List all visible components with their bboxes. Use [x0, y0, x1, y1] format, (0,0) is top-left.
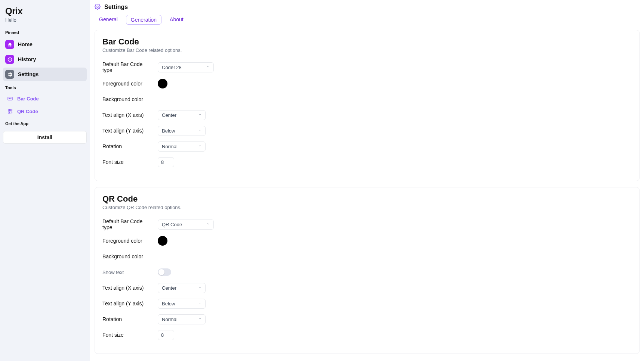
tab-about[interactable]: About	[165, 15, 188, 25]
barcode-rotation-select[interactable]: Normal	[158, 141, 206, 152]
qrcode-rotation-value: Normal	[162, 317, 178, 322]
qrcode-show-text-label: Show text	[102, 270, 152, 275]
barcode-text-align-y-label: Text align (Y axis)	[102, 128, 152, 134]
tool-qrcode-label: QR Code	[17, 109, 38, 114]
page-title: Settings	[104, 4, 128, 10]
chevron-down-icon	[198, 317, 202, 322]
barcode-section: Bar Code Customize Bar Code related opti…	[95, 30, 640, 181]
qrcode-section: QR Code Customize QR Code related option…	[95, 187, 640, 354]
barcode-default-type-select[interactable]: Code128	[158, 62, 214, 72]
nav-home-label: Home	[18, 41, 33, 47]
qrcode-background-label: Background color	[102, 253, 152, 259]
barcode-default-type-label: Default Bar Code type	[102, 61, 152, 73]
qrcode-rotation-select[interactable]: Normal	[158, 314, 206, 324]
barcode-foreground-label: Foreground color	[102, 81, 152, 87]
barcode-text-align-x-select[interactable]: Center	[158, 110, 206, 120]
chevron-down-icon	[198, 301, 202, 306]
chevron-down-icon	[206, 65, 210, 70]
nav-home[interactable]: Home	[3, 38, 87, 51]
barcode-foreground-swatch[interactable]	[158, 79, 167, 88]
barcode-text-align-y-select[interactable]: Below	[158, 126, 206, 136]
qrcode-show-text-toggle[interactable]	[158, 268, 171, 276]
sidebar: Qrix Hello Pinned Home History Settings …	[0, 0, 90, 361]
svg-rect-3	[10, 109, 12, 111]
qrcode-rotation-label: Rotation	[102, 316, 152, 322]
tool-barcode-label: Bar Code	[17, 96, 39, 102]
gear-icon	[5, 70, 14, 79]
tab-generation[interactable]: Generation	[126, 15, 161, 25]
svg-rect-4	[8, 112, 10, 113]
barcode-text-align-y-value: Below	[162, 128, 175, 134]
chevron-down-icon	[206, 222, 210, 227]
tools-label: Tools	[3, 82, 87, 92]
toggle-knob	[158, 269, 164, 275]
chevron-down-icon	[198, 285, 202, 291]
barcode-title: Bar Code	[102, 37, 632, 47]
svg-rect-2	[8, 109, 10, 111]
nav-settings-label: Settings	[18, 71, 38, 77]
nav-settings[interactable]: Settings	[3, 68, 87, 81]
qrcode-foreground-label: Foreground color	[102, 238, 152, 244]
tool-barcode[interactable]: Bar Code	[3, 93, 87, 104]
page-title-row: Settings	[95, 2, 640, 14]
install-button[interactable]: Install	[3, 131, 87, 144]
pinned-label: Pinned	[3, 27, 87, 37]
qrcode-font-size-input[interactable]	[158, 330, 174, 340]
barcode-subtitle: Customize Bar Code related options.	[102, 47, 632, 53]
qrcode-text-align-x-label: Text align (X axis)	[102, 285, 152, 291]
qrcode-foreground-swatch[interactable]	[158, 236, 167, 246]
barcode-font-size-input[interactable]	[158, 157, 174, 167]
nav-history-label: History	[18, 56, 36, 62]
history-icon	[5, 55, 14, 64]
barcode-rotation-value: Normal	[162, 144, 178, 149]
qrcode-default-type-select[interactable]: QR Code	[158, 220, 214, 230]
barcode-default-type-value: Code128	[162, 65, 182, 70]
main-content: Settings General Generation About Bar Co…	[90, 0, 644, 361]
barcode-text-align-x-value: Center	[162, 112, 176, 118]
qrcode-icon	[7, 108, 13, 115]
chevron-down-icon	[198, 128, 202, 134]
qrcode-default-type-label: Default Bar Code type	[102, 218, 152, 230]
svg-point-5	[97, 6, 98, 7]
qrcode-text-align-y-value: Below	[162, 301, 175, 306]
nav-history[interactable]: History	[3, 53, 87, 66]
settings-tabs: General Generation About	[95, 14, 640, 30]
qrcode-font-size-label: Font size	[102, 332, 152, 338]
tool-qrcode[interactable]: QR Code	[3, 106, 87, 117]
brand-block: Qrix Hello	[3, 4, 87, 27]
app-subtitle: Hello	[5, 17, 84, 23]
qrcode-text-align-y-label: Text align (Y axis)	[102, 301, 152, 306]
qrcode-text-align-x-value: Center	[162, 285, 176, 291]
tab-general[interactable]: General	[95, 15, 122, 25]
chevron-down-icon	[198, 112, 202, 118]
qrcode-default-type-value: QR Code	[162, 222, 182, 227]
qrcode-text-align-y-select[interactable]: Below	[158, 299, 206, 309]
home-icon	[5, 40, 14, 49]
get-app-label: Get the App	[3, 118, 87, 128]
barcode-background-label: Background color	[102, 96, 152, 102]
barcode-font-size-label: Font size	[102, 159, 152, 165]
qrcode-title: QR Code	[102, 194, 632, 204]
qrcode-subtitle: Customize QR Code related options.	[102, 205, 632, 210]
app-name: Qrix	[5, 6, 84, 16]
barcode-rotation-label: Rotation	[102, 143, 152, 149]
barcode-text-align-x-label: Text align (X axis)	[102, 112, 152, 118]
qrcode-text-align-x-select[interactable]: Center	[158, 283, 206, 293]
barcode-icon	[7, 95, 13, 102]
settings-title-icon	[95, 4, 101, 10]
chevron-down-icon	[198, 144, 202, 149]
